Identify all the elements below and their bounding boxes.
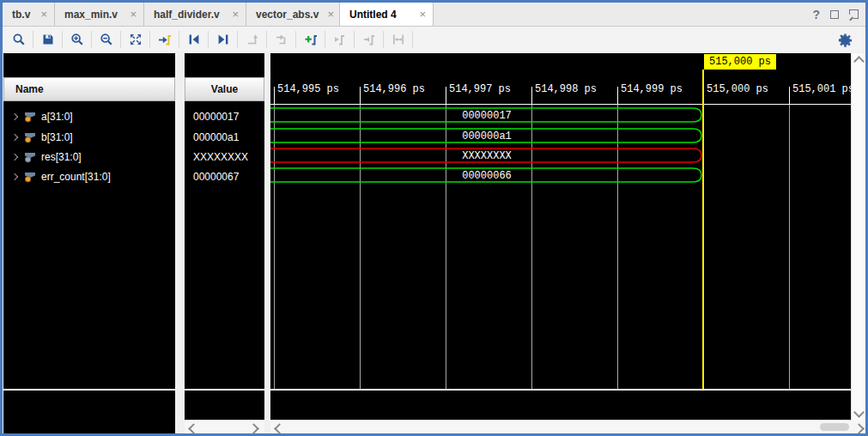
axis-tick bbox=[446, 87, 446, 104]
bus-signal-icon bbox=[24, 132, 36, 143]
signal-row-err-count[interactable]: err_count[31:0] bbox=[3, 167, 175, 186]
restart-icon bbox=[238, 28, 266, 51]
tab-label: Untitled 4 bbox=[349, 9, 397, 21]
signal-row-a[interactable]: a[31:0] bbox=[3, 107, 175, 126]
axis-tick-label: 514,997 ps bbox=[449, 83, 511, 95]
signal-name: err_count[31:0] bbox=[41, 171, 111, 183]
zoom-out-icon[interactable] bbox=[92, 28, 120, 51]
axis-tick bbox=[617, 87, 618, 104]
axis-tick-label: 514,995 ps bbox=[277, 83, 339, 95]
close-icon[interactable]: × bbox=[40, 9, 47, 20]
axis-tick-label: 515,000 ps bbox=[707, 83, 768, 95]
tab-half-divider-v[interactable]: half_divider.v × bbox=[144, 3, 246, 26]
axis-tick-label: 515,001 ps bbox=[792, 83, 854, 95]
tab-label: vector_abs.v bbox=[256, 9, 319, 21]
hscrollbar-thumb[interactable] bbox=[820, 423, 849, 431]
expand-chevron-icon[interactable] bbox=[11, 134, 18, 141]
scroll-right-icon[interactable] bbox=[248, 423, 259, 434]
float-window-icon[interactable] bbox=[849, 9, 859, 19]
name-column-header: Name bbox=[3, 77, 175, 101]
value-column-header: Value bbox=[185, 77, 264, 101]
axis-tick-label: 514,996 ps bbox=[363, 83, 425, 95]
previous-marker-icon bbox=[325, 28, 354, 51]
bus-signal-icon bbox=[24, 112, 36, 123]
panel-separator-line bbox=[270, 389, 853, 391]
axis-tick bbox=[274, 87, 275, 104]
scroll-left-icon[interactable] bbox=[274, 423, 285, 434]
scroll-left-icon[interactable] bbox=[188, 423, 199, 434]
tab-label: tb.v bbox=[12, 9, 30, 21]
zoom-in-icon[interactable] bbox=[63, 28, 91, 51]
waveform-hscrollbar[interactable] bbox=[270, 420, 868, 434]
expand-chevron-icon[interactable] bbox=[11, 154, 18, 160]
panel-separator-line bbox=[185, 389, 264, 391]
signal-value: 000000a1 bbox=[193, 128, 239, 147]
tab-tb-v[interactable]: tb.v × bbox=[3, 3, 55, 26]
maximize-icon[interactable] bbox=[830, 10, 839, 19]
signal-row-b[interactable]: b[31:0] bbox=[3, 128, 175, 147]
add-marker-icon[interactable] bbox=[296, 28, 325, 51]
close-icon[interactable]: × bbox=[327, 9, 334, 20]
signal-value-panel: Value 00000017 000000a1 XXXXXXXX 0000006… bbox=[185, 53, 264, 420]
scroll-right-icon[interactable] bbox=[853, 423, 865, 434]
signal-name: a[31:0] bbox=[41, 111, 73, 123]
previous-transition-icon[interactable] bbox=[179, 28, 208, 51]
scroll-down-icon[interactable] bbox=[853, 407, 865, 418]
run-to-edge-icon bbox=[267, 28, 295, 51]
bus-signal-unknown-icon bbox=[24, 152, 36, 163]
close-icon[interactable]: × bbox=[130, 9, 137, 20]
tab-max-min-v[interactable]: max_min.v × bbox=[55, 3, 144, 26]
axis-tick-label: 514,998 ps bbox=[535, 83, 597, 95]
bus-value-label: XXXXXXXX bbox=[270, 150, 703, 162]
window-controls: ? bbox=[812, 3, 859, 26]
expand-chevron-icon[interactable] bbox=[11, 173, 18, 180]
waveform-viewer-body: Name a[31:0] b[31:0] res[31:0] err_coun bbox=[3, 51, 865, 433]
swap-cursors-icon bbox=[384, 28, 412, 51]
settings-gear-icon[interactable] bbox=[835, 30, 854, 49]
axis-tick bbox=[360, 87, 361, 104]
save-icon[interactable] bbox=[33, 28, 62, 51]
tab-label: half_divider.v bbox=[154, 9, 220, 21]
scroll-up-icon[interactable] bbox=[853, 56, 865, 67]
axis-tick bbox=[531, 87, 532, 104]
time-cursor[interactable] bbox=[702, 70, 704, 389]
simulation-waveform-window: tb.v × max_min.v × half_divider.v × vect… bbox=[0, 0, 868, 436]
search-icon[interactable] bbox=[4, 28, 33, 51]
time-axis-line bbox=[270, 104, 853, 105]
next-transition-icon[interactable] bbox=[209, 28, 237, 51]
signal-name: res[31:0] bbox=[41, 151, 82, 163]
waveform-vscrollbar[interactable] bbox=[851, 53, 865, 421]
zoom-fit-icon[interactable] bbox=[121, 28, 149, 51]
help-icon[interactable]: ? bbox=[812, 8, 820, 21]
waveform-plot-area[interactable]: 514,995 ps 514,996 ps 514,997 ps 514,998… bbox=[270, 53, 853, 420]
go-to-cursor-icon[interactable] bbox=[150, 28, 179, 51]
signal-value: 00000067 bbox=[193, 167, 239, 186]
axis-tick bbox=[789, 87, 790, 104]
signal-row-res[interactable]: res[31:0] bbox=[3, 148, 175, 167]
cursor-time-badge[interactable]: 515,000 ps bbox=[704, 54, 776, 70]
bus-signal-icon bbox=[24, 172, 36, 183]
tab-vector-abs-v[interactable]: vector_abs.v × bbox=[246, 3, 340, 26]
signal-value: 00000017 bbox=[193, 107, 239, 126]
axis-tick-label: 514,999 ps bbox=[621, 83, 683, 95]
signal-name-panel: Name a[31:0] b[31:0] res[31:0] err_coun bbox=[3, 53, 175, 433]
bus-value-label: 00000066 bbox=[270, 170, 703, 182]
panel-separator-line bbox=[3, 389, 175, 391]
bus-value-label: 000000a1 bbox=[270, 130, 703, 142]
close-icon[interactable]: × bbox=[232, 9, 239, 20]
signal-value: XXXXXXXX bbox=[193, 148, 248, 167]
waveform-toolbar bbox=[3, 27, 865, 51]
expand-chevron-icon[interactable] bbox=[11, 113, 18, 120]
bus-value-label: 00000017 bbox=[270, 110, 703, 122]
tab-untitled-4[interactable]: Untitled 4 × bbox=[340, 3, 434, 26]
grid-line bbox=[789, 105, 790, 389]
tab-bar: tb.v × max_min.v × half_divider.v × vect… bbox=[3, 3, 865, 27]
signal-name: b[31:0] bbox=[41, 131, 73, 143]
tab-label: max_min.v bbox=[64, 9, 118, 21]
close-icon[interactable]: × bbox=[419, 9, 426, 20]
value-panel-hscrollbar[interactable] bbox=[185, 420, 264, 434]
next-marker-icon bbox=[355, 28, 383, 51]
